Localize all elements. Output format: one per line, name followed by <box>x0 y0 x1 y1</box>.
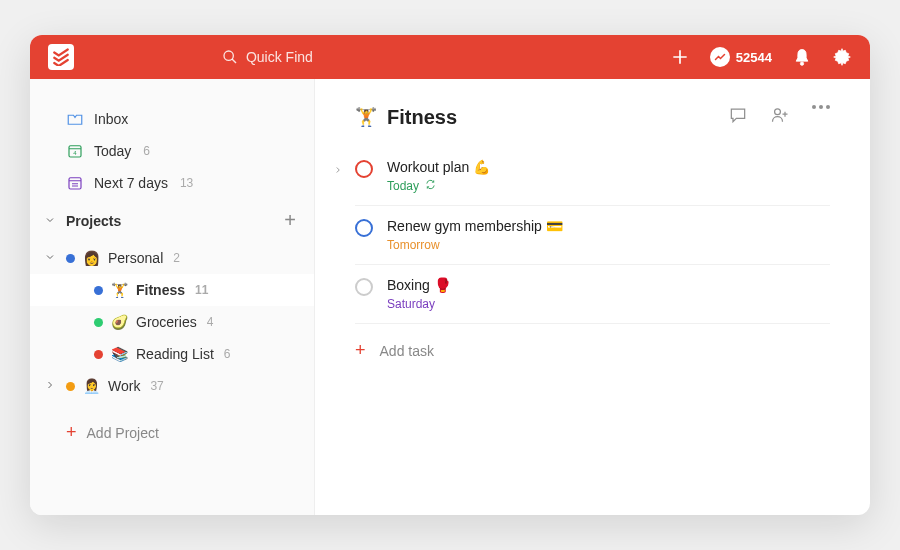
quick-add-button[interactable] <box>670 47 690 67</box>
project-color-dot <box>94 350 103 359</box>
more-button[interactable] <box>812 105 830 129</box>
project-color-dot <box>66 382 75 391</box>
more-icon <box>812 105 830 109</box>
svg-point-13 <box>775 109 781 115</box>
topbar-actions: 52544 <box>670 47 852 67</box>
project-groceries[interactable]: 🥑 Groceries 4 <box>30 306 314 338</box>
project-actions <box>728 105 830 129</box>
task-due-date: Saturday <box>387 297 451 311</box>
chevron-down-icon <box>44 213 56 229</box>
task-body: Workout plan 💪 Today <box>387 159 490 193</box>
task-body: Boxing 🥊 Saturday <box>387 277 451 311</box>
project-emoji: 📚 <box>111 346 128 362</box>
main-content: 🏋️ Fitness <box>315 79 870 515</box>
today-label: Today <box>94 143 131 159</box>
task-due-date: Today <box>387 179 490 193</box>
search-placeholder: Quick Find <box>246 49 313 65</box>
search-input[interactable]: Quick Find <box>222 49 522 65</box>
project-label: Groceries <box>136 314 197 330</box>
notifications-button[interactable] <box>792 47 812 67</box>
share-button[interactable] <box>770 105 790 129</box>
task-checkbox[interactable] <box>355 278 373 296</box>
project-emoji: 👩 <box>83 250 100 266</box>
svg-point-4 <box>800 62 803 65</box>
plus-icon <box>670 47 690 67</box>
svg-line-1 <box>232 59 236 63</box>
comment-icon <box>728 105 748 125</box>
project-color-dot <box>94 318 103 327</box>
task-row[interactable]: Renew gym membership 💳 Tomorrow <box>355 206 830 265</box>
project-personal[interactable]: 👩 Personal 2 <box>30 242 314 274</box>
task-row[interactable]: Workout plan 💪 Today <box>355 147 830 206</box>
inbox-icon <box>66 110 84 128</box>
project-label: Personal <box>108 250 163 266</box>
chevron-right-icon <box>44 378 56 394</box>
svg-text:4: 4 <box>73 150 77 156</box>
inbox-label: Inbox <box>94 111 128 127</box>
add-project-label: Add Project <box>87 425 159 441</box>
sidebar-inbox[interactable]: Inbox <box>30 103 314 135</box>
project-fitness[interactable]: 🏋️ Fitness 11 <box>30 274 314 306</box>
gear-icon <box>832 47 852 67</box>
today-count: 6 <box>143 144 150 158</box>
project-count: 2 <box>173 251 180 265</box>
topbar: Quick Find 52544 <box>30 35 870 79</box>
project-label: Work <box>108 378 140 394</box>
app-body: Inbox 4 Today 6 Next 7 days 13 Projects … <box>30 79 870 515</box>
karma-score[interactable]: 52544 <box>710 47 772 67</box>
project-label: Fitness <box>136 282 185 298</box>
project-title-emoji: 🏋️ <box>355 106 377 128</box>
expand-subtasks-button[interactable] <box>333 161 343 179</box>
task-body: Renew gym membership 💳 Tomorrow <box>387 218 563 252</box>
project-reading[interactable]: 📚 Reading List 6 <box>30 338 314 370</box>
projects-header[interactable]: Projects + <box>30 199 314 242</box>
task-row[interactable]: Boxing 🥊 Saturday <box>355 265 830 324</box>
task-title: Renew gym membership 💳 <box>387 218 563 234</box>
add-task-label: Add task <box>380 343 434 359</box>
task-due-date: Tomorrow <box>387 238 563 252</box>
project-emoji: 🏋️ <box>111 282 128 298</box>
projects-header-label: Projects <box>66 213 121 229</box>
project-emoji: 🥑 <box>111 314 128 330</box>
project-header: 🏋️ Fitness <box>355 105 830 129</box>
project-count: 11 <box>195 283 208 297</box>
plus-icon: + <box>66 422 77 443</box>
sidebar: Inbox 4 Today 6 Next 7 days 13 Projects … <box>30 79 315 515</box>
project-label: Reading List <box>136 346 214 362</box>
project-emoji: 👩‍💼 <box>83 378 100 394</box>
sidebar-today[interactable]: 4 Today 6 <box>30 135 314 167</box>
project-title: Fitness <box>387 106 457 129</box>
project-count: 6 <box>224 347 231 361</box>
add-project-plus-button[interactable]: + <box>284 209 296 232</box>
task-checkbox[interactable] <box>355 219 373 237</box>
karma-points: 52544 <box>736 50 772 65</box>
project-count: 37 <box>150 379 163 393</box>
add-person-icon <box>770 105 790 125</box>
project-color-dot <box>94 286 103 295</box>
app-logo[interactable] <box>48 44 74 70</box>
chevron-right-icon <box>333 165 343 175</box>
next7-label: Next 7 days <box>94 175 168 191</box>
calendar-icon <box>66 174 84 192</box>
project-work[interactable]: 👩‍💼 Work 37 <box>30 370 314 402</box>
settings-button[interactable] <box>832 47 852 67</box>
plus-icon: + <box>355 340 366 361</box>
add-task-button[interactable]: + Add task <box>355 324 830 377</box>
svg-point-0 <box>224 51 233 60</box>
sidebar-next7[interactable]: Next 7 days 13 <box>30 167 314 199</box>
project-count: 4 <box>207 315 214 329</box>
karma-icon <box>710 47 730 67</box>
task-checkbox[interactable] <box>355 160 373 178</box>
app-window: Quick Find 52544 <box>30 35 870 515</box>
comments-button[interactable] <box>728 105 748 129</box>
today-icon: 4 <box>66 142 84 160</box>
task-title: Workout plan 💪 <box>387 159 490 175</box>
search-icon <box>222 49 238 65</box>
bell-icon <box>792 47 812 67</box>
todoist-logo-icon <box>52 48 70 66</box>
project-color-dot <box>66 254 75 263</box>
next7-count: 13 <box>180 176 193 190</box>
add-project-button[interactable]: + Add Project <box>30 408 314 457</box>
task-title: Boxing 🥊 <box>387 277 451 293</box>
recurring-icon <box>425 179 436 193</box>
